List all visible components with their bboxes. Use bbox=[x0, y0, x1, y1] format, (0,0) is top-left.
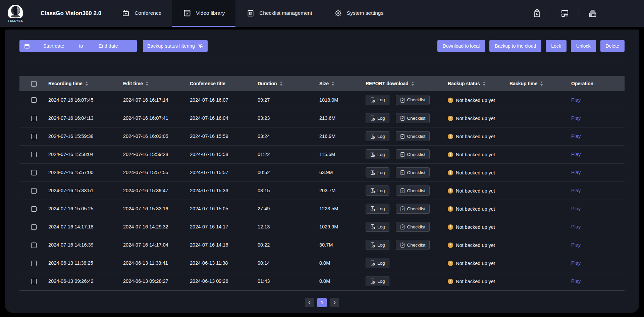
recorder-device-icon[interactable] bbox=[579, 8, 606, 18]
log-button[interactable]: Log bbox=[366, 149, 389, 159]
play-link[interactable]: Play bbox=[571, 260, 581, 266]
end-date-field[interactable]: End date bbox=[85, 43, 132, 49]
row-checkbox[interactable] bbox=[31, 188, 37, 194]
column-header-duration[interactable]: Duration bbox=[258, 76, 319, 91]
date-range-separator: to bbox=[77, 43, 84, 49]
row-checkbox[interactable] bbox=[31, 152, 37, 157]
checklist-button[interactable]: Checklist bbox=[396, 186, 430, 196]
logo-text: TELLYES bbox=[8, 19, 23, 22]
log-button[interactable]: Log bbox=[366, 276, 389, 286]
recordings-table: Recording timeEdit timeConference titleD… bbox=[19, 76, 625, 290]
log-button[interactable]: Log bbox=[366, 204, 389, 214]
play-link[interactable]: Play bbox=[571, 188, 581, 193]
lock-button[interactable]: Lock bbox=[546, 40, 567, 52]
date-range-picker[interactable]: Start date to End date bbox=[19, 40, 137, 52]
column-header-size[interactable]: Size bbox=[319, 76, 366, 91]
log-button[interactable]: Log bbox=[366, 240, 389, 250]
cell-size: 115.6M bbox=[319, 145, 366, 163]
backup-status-text: Not backed up yet bbox=[456, 116, 495, 121]
tab-system-settings[interactable]: System settings bbox=[323, 0, 394, 27]
navbar-right-icons bbox=[523, 0, 644, 27]
checklist-button[interactable]: Checklist bbox=[396, 95, 430, 105]
cell-backup-status: ! Not backed up yet bbox=[448, 91, 509, 109]
cell-recording-time: 2024-06-13 09:26:42 bbox=[48, 272, 123, 290]
video-library-icon bbox=[183, 9, 192, 17]
tab-video-library[interactable]: Video library bbox=[172, 0, 235, 27]
table-row: 2024-07-16 14:16:39 2024-07-16 14:17:04 … bbox=[19, 236, 625, 254]
row-checkbox[interactable] bbox=[31, 243, 37, 248]
unlock-button[interactable]: Unlock bbox=[571, 40, 596, 52]
checklist-button[interactable]: Checklist bbox=[396, 167, 430, 177]
backup-to-cloud-button[interactable]: Backup to the cloud bbox=[489, 40, 541, 52]
layout-windows-icon[interactable] bbox=[551, 9, 579, 18]
cell-backup-time bbox=[509, 200, 571, 218]
log-button[interactable]: Log bbox=[366, 131, 389, 141]
delete-button[interactable]: Delete bbox=[600, 40, 625, 52]
row-checkbox[interactable] bbox=[31, 97, 37, 103]
row-checkbox[interactable] bbox=[31, 116, 37, 121]
cell-report-download: Log bbox=[366, 254, 448, 272]
checklist-button[interactable]: Checklist bbox=[396, 222, 430, 232]
column-header-recording_time[interactable]: Recording time bbox=[48, 76, 123, 91]
row-checkbox[interactable] bbox=[31, 170, 37, 175]
checklist-button[interactable]: Checklist bbox=[396, 131, 430, 141]
cell-backup-status: ! Not backed up yet bbox=[448, 109, 509, 127]
next-page-button[interactable] bbox=[330, 298, 339, 307]
column-header-backup_time[interactable]: Backup time bbox=[509, 76, 571, 91]
log-button[interactable]: Log bbox=[366, 113, 389, 123]
play-link[interactable]: Play bbox=[571, 134, 581, 139]
log-button[interactable]: Log bbox=[366, 186, 389, 196]
cell-duration: 01:43 bbox=[258, 272, 319, 290]
warning-icon: ! bbox=[448, 279, 453, 284]
tab-label: System settings bbox=[347, 10, 383, 16]
checklist-button[interactable]: Checklist bbox=[396, 113, 430, 123]
checklist-clipboard-icon bbox=[400, 115, 405, 121]
checklist-clipboard-icon bbox=[400, 152, 405, 157]
row-checkbox[interactable] bbox=[31, 206, 37, 212]
play-link[interactable]: Play bbox=[571, 115, 581, 121]
row-checkbox[interactable] bbox=[31, 134, 37, 139]
cell-edit-time: 2024-07-16 14:17:04 bbox=[123, 236, 190, 254]
cell-conference-title: 2024-07-16 15:57 bbox=[190, 163, 258, 181]
cell-size: 1018.0M bbox=[319, 91, 366, 109]
cell-recording-time: 2024-07-16 15:58:04 bbox=[48, 145, 123, 163]
prev-page-button[interactable] bbox=[305, 298, 314, 307]
checklist-button[interactable]: Checklist bbox=[396, 204, 430, 214]
log-button[interactable]: Log bbox=[366, 167, 389, 177]
checklist-button[interactable]: Checklist bbox=[396, 149, 430, 159]
log-button[interactable]: Log bbox=[366, 222, 389, 232]
play-link[interactable]: Play bbox=[571, 152, 581, 157]
chevron-left-icon bbox=[308, 301, 312, 305]
cell-conference-title: 2024-07-16 14:17 bbox=[190, 218, 258, 236]
backup-status-filter-button[interactable]: Backup status filtering bbox=[143, 40, 208, 52]
cell-conference-title: 2024-07-16 15:05 bbox=[190, 200, 258, 218]
download-to-local-button[interactable]: Download to local bbox=[437, 40, 485, 52]
column-header-report_download[interactable]: REPORT download bbox=[366, 76, 448, 91]
checklist-button[interactable]: Checklist bbox=[396, 240, 430, 250]
cell-edit-time: 2024-06-13 11:38:41 bbox=[123, 254, 190, 272]
tab-checklist-management[interactable]: Checklist management bbox=[235, 0, 323, 27]
cell-backup-time bbox=[509, 109, 571, 127]
row-checkbox[interactable] bbox=[31, 261, 37, 266]
play-link[interactable]: Play bbox=[571, 97, 581, 103]
tab-conference[interactable]: Conference bbox=[111, 0, 172, 27]
start-date-field[interactable]: Start date bbox=[30, 43, 77, 49]
select-all-checkbox[interactable] bbox=[31, 81, 37, 87]
log-button[interactable]: Log bbox=[366, 95, 389, 105]
checklist-icon bbox=[246, 9, 255, 17]
column-header-edit_time[interactable]: Edit time bbox=[123, 76, 190, 91]
column-header-backup_status[interactable]: Backup status bbox=[448, 76, 509, 91]
play-link[interactable]: Play bbox=[571, 224, 581, 229]
play-link[interactable]: Play bbox=[571, 170, 581, 175]
sort-icon bbox=[145, 81, 149, 86]
row-checkbox[interactable] bbox=[31, 224, 37, 230]
play-link[interactable]: Play bbox=[571, 278, 581, 284]
log-button[interactable]: Log bbox=[366, 258, 389, 268]
play-link[interactable]: Play bbox=[571, 242, 581, 248]
row-checkbox[interactable] bbox=[31, 279, 37, 284]
live-cast-icon[interactable] bbox=[523, 8, 551, 18]
sort-icon bbox=[279, 81, 283, 86]
log-file-icon bbox=[370, 97, 375, 103]
play-link[interactable]: Play bbox=[571, 206, 581, 211]
page-number-button[interactable]: 1 bbox=[317, 298, 327, 307]
